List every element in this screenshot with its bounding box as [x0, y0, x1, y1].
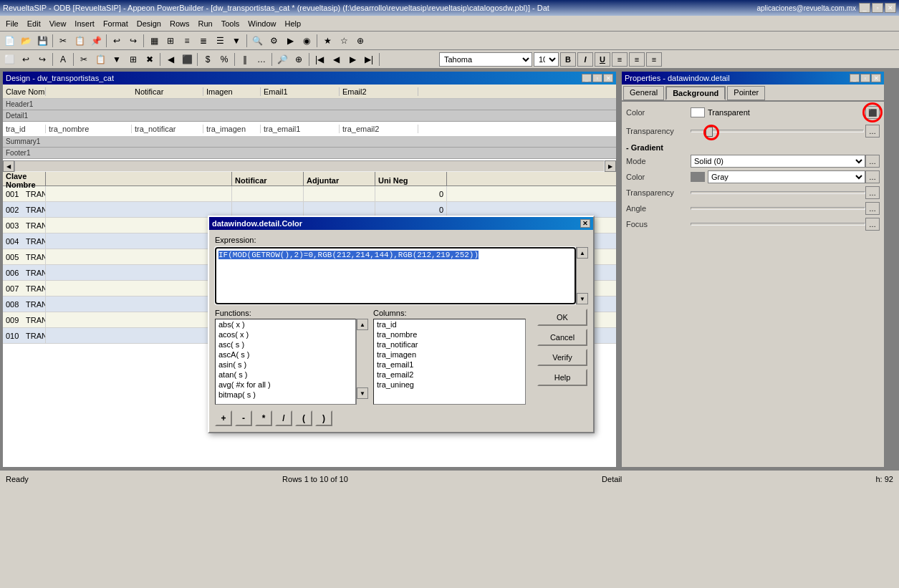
title-text: RevueltaSIP - ODB [RevueltaSIP] - Appeon…: [3, 4, 549, 12]
tb-b1[interactable]: ▦: [146, 33, 162, 49]
column-item[interactable]: tra_nombre: [374, 329, 525, 339]
tb-b3[interactable]: ≡: [179, 33, 195, 49]
columns-list[interactable]: tra_idtra_nombretra_notificartra_imagent…: [373, 319, 526, 405]
help-btn[interactable]: Help: [537, 369, 587, 386]
tb2-b8[interactable]: $: [200, 52, 216, 67]
close-btn[interactable]: ✕: [885, 3, 896, 13]
tb-b10[interactable]: ◉: [299, 33, 314, 49]
tb-b7[interactable]: 🔍: [249, 33, 265, 49]
restore-btn[interactable]: ▫: [872, 3, 883, 13]
tb-b8[interactable]: ⚙: [266, 33, 282, 49]
minimize-btn[interactable]: _: [859, 3, 870, 13]
tb2-b9[interactable]: %: [216, 52, 232, 67]
tb2-b16[interactable]: ▶|: [361, 52, 377, 67]
tb2-b4[interactable]: ⊞: [125, 52, 141, 67]
tb-redo[interactable]: ↪: [125, 33, 141, 49]
dialog-close-btn[interactable]: ✕: [580, 219, 590, 228]
tb-new[interactable]: 📄: [1, 33, 17, 49]
tb-b6[interactable]: ▼: [229, 33, 244, 49]
op-minus[interactable]: -: [235, 410, 252, 426]
column-item[interactable]: tra_unineg: [374, 380, 525, 390]
menu-design[interactable]: Design: [133, 18, 165, 29]
op-open-paren[interactable]: (: [295, 410, 312, 426]
tb-b4[interactable]: ≣: [196, 33, 211, 49]
verify-btn[interactable]: Verify: [537, 349, 587, 366]
tb2-b11[interactable]: …: [254, 52, 269, 67]
bold-btn[interactable]: B: [560, 52, 576, 67]
tb2-b6[interactable]: ◀: [163, 52, 178, 67]
cancel-btn[interactable]: Cancel: [537, 329, 587, 346]
tb-paste[interactable]: 📌: [88, 33, 104, 49]
tb2-b10[interactable]: ‖: [237, 52, 253, 67]
font-size-select[interactable]: 10: [534, 52, 559, 67]
tb2-undo[interactable]: ↩: [18, 52, 34, 67]
italic-btn[interactable]: I: [577, 52, 593, 67]
tb-undo[interactable]: ↩: [109, 33, 125, 49]
tb2-b12[interactable]: 🔎: [274, 52, 290, 67]
menu-run[interactable]: Run: [193, 18, 216, 29]
tb-save[interactable]: 💾: [34, 33, 50, 49]
function-item[interactable]: asc( s ): [216, 339, 355, 350]
tb2-b1[interactable]: ⬜: [1, 52, 17, 67]
fn-scroll-down[interactable]: ▼: [357, 387, 368, 399]
functions-section: Functions: abs( x )acos( x )asc( s )ascA…: [215, 309, 367, 405]
tb-b12[interactable]: ☆: [336, 33, 352, 49]
tb-b13[interactable]: ⊕: [352, 33, 368, 49]
expr-scroll-up[interactable]: ▲: [577, 247, 588, 259]
op-divide[interactable]: /: [275, 410, 292, 426]
column-item[interactable]: tra_notificar: [374, 339, 525, 350]
tb-copy[interactable]: 📋: [72, 33, 87, 49]
function-item[interactable]: avg( #x for all ): [216, 380, 355, 390]
functions-list[interactable]: abs( x )acos( x )asc( s )ascA( s )asin( …: [215, 319, 356, 405]
column-item[interactable]: tra_id: [374, 319, 525, 329]
tb2-b14[interactable]: ◀: [328, 52, 344, 67]
menu-rows[interactable]: Rows: [165, 18, 194, 29]
function-item[interactable]: asin( s ): [216, 360, 355, 370]
function-item[interactable]: acos( x ): [216, 329, 355, 339]
ok-btn[interactable]: OK: [537, 309, 587, 326]
expression-input[interactable]: [215, 247, 576, 304]
tb2-redo[interactable]: ↪: [34, 52, 50, 67]
expr-scroll-down[interactable]: ▼: [577, 293, 588, 304]
tb-b5[interactable]: ☰: [212, 33, 228, 49]
tb-b2[interactable]: ⊞: [163, 33, 178, 49]
align-right-btn[interactable]: ≡: [646, 52, 662, 67]
tb2-b5[interactable]: ✖: [142, 52, 158, 67]
align-center-btn[interactable]: ≡: [629, 52, 645, 67]
menu-edit[interactable]: Edit: [23, 18, 45, 29]
op-plus[interactable]: +: [215, 410, 232, 426]
menu-file[interactable]: File: [1, 18, 23, 29]
tb-b11[interactable]: ★: [319, 33, 335, 49]
font-select[interactable]: Tahoma: [439, 52, 532, 67]
tb2-b3[interactable]: 📋: [92, 52, 108, 67]
tb2-font-btn[interactable]: A: [55, 52, 71, 67]
menu-tools[interactable]: Tools: [217, 18, 244, 29]
op-multiply[interactable]: *: [255, 410, 272, 426]
column-item[interactable]: tra_email2: [374, 370, 525, 380]
align-left-btn[interactable]: ≡: [612, 52, 628, 67]
tb2-b2[interactable]: ✂: [76, 52, 92, 67]
menu-format[interactable]: Format: [99, 18, 133, 29]
menu-help[interactable]: Help: [280, 18, 305, 29]
tb-cut[interactable]: ✂: [55, 33, 71, 49]
function-item[interactable]: abs( x ): [216, 319, 355, 329]
tb2-filter[interactable]: ▼: [109, 52, 125, 67]
underline-btn[interactable]: U: [595, 52, 610, 67]
op-close-paren[interactable]: ): [315, 410, 332, 426]
menu-window[interactable]: Window: [244, 18, 280, 29]
tb2-b15[interactable]: ▶: [345, 52, 360, 67]
column-item[interactable]: tra_email1: [374, 360, 525, 370]
column-item[interactable]: tra_imagen: [374, 350, 525, 360]
fn-scroll-up[interactable]: ▲: [357, 319, 368, 330]
tb-open[interactable]: 📂: [18, 33, 34, 49]
tb-b9[interactable]: ▶: [282, 33, 298, 49]
menu-insert[interactable]: Insert: [70, 18, 99, 29]
function-item[interactable]: atan( s ): [216, 370, 355, 380]
tb2-zoom[interactable]: ⊕: [291, 52, 307, 67]
function-item[interactable]: ascA( s ): [216, 350, 355, 360]
tb2-b13[interactable]: |◀: [312, 52, 327, 67]
tb2-b7[interactable]: ⬛: [179, 52, 195, 67]
functions-scrollbar[interactable]: ▲ ▼: [356, 319, 367, 405]
menu-view[interactable]: View: [45, 18, 71, 29]
function-item[interactable]: bitmap( s ): [216, 390, 355, 400]
